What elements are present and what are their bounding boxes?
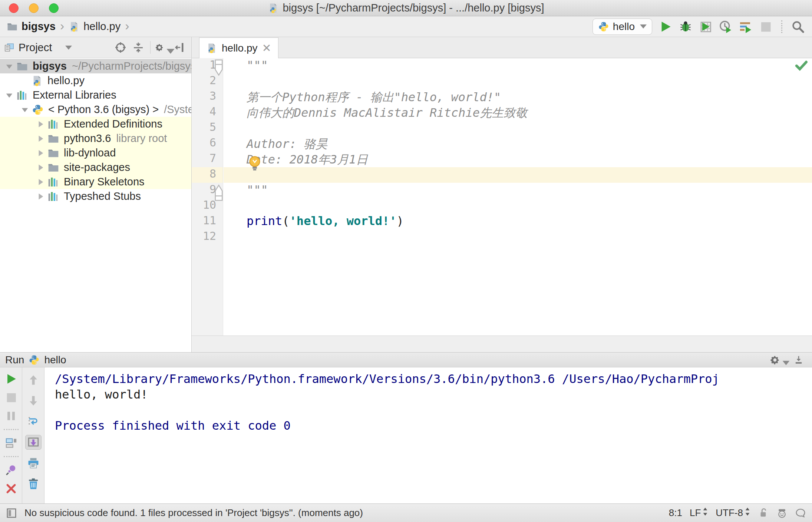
minimize-window-button[interactable] xyxy=(29,3,39,13)
stop-button[interactable] xyxy=(3,391,19,404)
expanded-arrow-icon[interactable] xyxy=(3,91,16,99)
caret-position-widget[interactable]: 8:1 xyxy=(669,507,682,519)
code-line-9[interactable]: """ xyxy=(224,183,812,198)
chevron-down-icon[interactable] xyxy=(65,46,72,50)
hector-inspector-icon[interactable] xyxy=(776,508,788,519)
code-editor[interactable]: 123456789101112 """第一个Python程序 - 输出"hell… xyxy=(192,58,812,336)
profile-button[interactable] xyxy=(718,19,733,34)
code-line-11[interactable]: print('hello, world!') xyxy=(224,214,812,229)
line-number[interactable]: 6 xyxy=(192,136,223,152)
collapsed-arrow-icon[interactable] xyxy=(34,178,47,186)
close-window-button[interactable] xyxy=(9,3,19,13)
code-line-10[interactable] xyxy=(224,198,812,214)
zoom-window-button[interactable] xyxy=(49,3,59,13)
expanded-arrow-icon[interactable] xyxy=(19,106,31,114)
run-configuration-select[interactable]: hello xyxy=(593,19,652,35)
fold-region-end-icon[interactable] xyxy=(214,184,224,198)
line-number[interactable]: 7 xyxy=(192,152,223,167)
project-panel-title[interactable]: Project xyxy=(19,42,52,54)
pin-tab-button[interactable] xyxy=(3,464,19,476)
tree-item-suffix: ~/PycharmProjects/bigsys xyxy=(72,60,191,72)
tab-hello-py[interactable]: hello.py ✕ xyxy=(199,37,278,58)
tool-window-toggle-icon[interactable] xyxy=(6,508,17,519)
breadcrumb-project[interactable]: bigsys xyxy=(22,20,56,33)
encoding-widget[interactable]: UTF-8 xyxy=(716,507,750,519)
collapsed-arrow-icon[interactable] xyxy=(34,163,47,172)
breadcrumb-file[interactable]: hello.py xyxy=(83,20,121,33)
tree-item-site-packages[interactable]: site-packages xyxy=(0,160,191,175)
collapsed-arrow-icon[interactable] xyxy=(34,192,47,201)
inspection-ok-icon[interactable] xyxy=(794,58,808,72)
lock-icon[interactable] xyxy=(758,508,769,519)
run-panel-config[interactable]: hello xyxy=(44,354,66,366)
tree-item-python3.6[interactable]: python3.6library root xyxy=(0,131,191,146)
tree-item-typeshed-stubs[interactable]: Typeshed Stubs xyxy=(0,189,191,204)
updown-arrows-icon xyxy=(745,507,750,519)
pycharm-window: bigsys [~/PycharmProjects/bigsys] - .../… xyxy=(0,0,812,522)
code-line-5[interactable] xyxy=(224,120,812,136)
run-console[interactable]: /System/Library/Frameworks/Python.framew… xyxy=(44,367,812,503)
collapsed-arrow-icon[interactable] xyxy=(34,149,47,157)
search-everywhere-button[interactable] xyxy=(790,19,805,34)
code-line-1[interactable]: """ xyxy=(224,58,812,74)
hide-run-panel-button[interactable] xyxy=(790,354,807,366)
settings-gear-button[interactable] xyxy=(155,40,170,55)
line-number[interactable]: 11 xyxy=(192,214,223,229)
line-number[interactable]: 8 xyxy=(192,167,223,183)
python-file-icon xyxy=(206,43,217,54)
up-stacktrace-button[interactable] xyxy=(25,373,42,387)
tree-item-label: < Python 3.6 (bigsys) > xyxy=(48,103,159,116)
expanded-arrow-icon[interactable] xyxy=(3,62,16,70)
fold-region-start-icon[interactable] xyxy=(214,59,224,74)
close-button[interactable] xyxy=(3,482,19,495)
collapsed-arrow-icon[interactable] xyxy=(34,120,47,128)
pause-output-button[interactable] xyxy=(3,410,19,422)
line-number[interactable]: 5 xyxy=(192,120,223,136)
tree-item-bigsys[interactable]: bigsys~/PycharmProjects/bigsys xyxy=(0,59,191,73)
code-line-8[interactable] xyxy=(224,167,812,183)
line-separator-widget[interactable]: LF xyxy=(690,507,708,519)
collapsed-arrow-icon[interactable] xyxy=(34,135,47,143)
code-line-7[interactable]: Date: 2018年3月1日 xyxy=(224,152,812,167)
down-stacktrace-button[interactable] xyxy=(25,393,42,408)
pyfile-icon xyxy=(30,75,44,87)
tree-item-hello.py[interactable]: hello.py xyxy=(0,73,191,88)
run-button[interactable] xyxy=(658,19,673,34)
code-line-4[interactable]: 向伟大的Dennis MacAlistair Ritchie先生致敬 xyxy=(224,105,812,120)
event-log-bubble-icon[interactable] xyxy=(795,508,806,519)
collapse-all-button[interactable] xyxy=(131,40,146,55)
tree-item-lib-dynload[interactable]: lib-dynload xyxy=(0,146,191,160)
run-with-coverage-button[interactable] xyxy=(698,19,713,34)
code-segment: ) xyxy=(397,214,404,228)
tree-item-python-3.6-bigsys[interactable]: < Python 3.6 (bigsys) >/System xyxy=(0,102,191,117)
soft-wrap-button[interactable] xyxy=(25,414,42,429)
tree-item-binary-skeletons[interactable]: Binary Skeletons xyxy=(0,175,191,189)
code-segment: 第一个Python程序 - 输出"hello, world!" xyxy=(247,90,501,104)
close-tab-icon[interactable]: ✕ xyxy=(262,43,271,54)
line-number[interactable]: 3 xyxy=(192,89,223,105)
run-configuration-label: hello xyxy=(613,21,635,33)
debug-button[interactable] xyxy=(678,19,693,34)
print-button[interactable] xyxy=(25,456,42,470)
code-line-3[interactable]: 第一个Python程序 - 输出"hello, world!" xyxy=(224,89,812,105)
locate-file-button[interactable] xyxy=(113,40,128,55)
line-number[interactable]: 12 xyxy=(192,229,223,245)
tree-item-extended-definitions[interactable]: Extended Definitions xyxy=(0,117,191,131)
tree-item-label: python3.6 xyxy=(64,132,111,145)
scroll-to-end-button[interactable] xyxy=(25,435,42,450)
run-settings-gear-button[interactable] xyxy=(770,354,786,366)
run-panel-title[interactable]: Run xyxy=(5,354,24,366)
line-number[interactable]: 4 xyxy=(192,105,223,120)
code-line-12[interactable] xyxy=(224,229,812,245)
code-line-6[interactable]: Author: 骆昊 xyxy=(224,136,812,152)
code-line-2[interactable] xyxy=(224,74,812,89)
clear-all-button[interactable] xyxy=(25,476,42,491)
rerun-button[interactable] xyxy=(3,373,19,385)
restore-layout-button[interactable] xyxy=(3,437,19,449)
intention-bulb-icon[interactable] xyxy=(247,155,262,172)
hide-panel-button[interactable] xyxy=(173,40,188,55)
concurrency-diagram-button[interactable] xyxy=(738,19,753,34)
tree-item-external-libraries[interactable]: External Libraries xyxy=(0,88,191,102)
code-text[interactable]: """第一个Python程序 - 输出"hello, world!"向伟大的De… xyxy=(224,58,812,336)
window-controls xyxy=(9,3,59,13)
